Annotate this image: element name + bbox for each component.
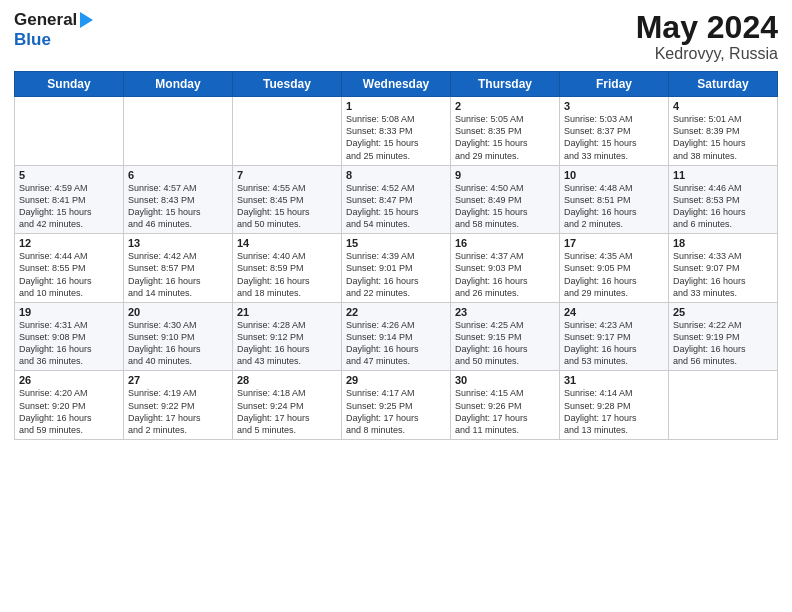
day-number: 11: [673, 169, 773, 181]
day-info: Sunrise: 4:44 AMSunset: 8:55 PMDaylight:…: [19, 250, 119, 299]
day-number: 17: [564, 237, 664, 249]
day-info: Sunrise: 4:31 AMSunset: 9:08 PMDaylight:…: [19, 319, 119, 368]
day-number: 30: [455, 374, 555, 386]
page: General Blue May 2024 Kedrovyy, Russia S…: [0, 0, 792, 612]
calendar-week-row: 12Sunrise: 4:44 AMSunset: 8:55 PMDayligh…: [15, 234, 778, 303]
calendar-week-row: 26Sunrise: 4:20 AMSunset: 9:20 PMDayligh…: [15, 371, 778, 440]
day-number: 27: [128, 374, 228, 386]
col-friday: Friday: [560, 72, 669, 97]
calendar-week-row: 19Sunrise: 4:31 AMSunset: 9:08 PMDayligh…: [15, 302, 778, 371]
table-row: 24Sunrise: 4:23 AMSunset: 9:17 PMDayligh…: [560, 302, 669, 371]
table-row: 28Sunrise: 4:18 AMSunset: 9:24 PMDayligh…: [233, 371, 342, 440]
day-info: Sunrise: 4:40 AMSunset: 8:59 PMDaylight:…: [237, 250, 337, 299]
table-row: 2Sunrise: 5:05 AMSunset: 8:35 PMDaylight…: [451, 97, 560, 166]
table-row: 14Sunrise: 4:40 AMSunset: 8:59 PMDayligh…: [233, 234, 342, 303]
day-number: 5: [19, 169, 119, 181]
day-info: Sunrise: 4:18 AMSunset: 9:24 PMDaylight:…: [237, 387, 337, 436]
day-number: 24: [564, 306, 664, 318]
day-info: Sunrise: 4:37 AMSunset: 9:03 PMDaylight:…: [455, 250, 555, 299]
table-row: 18Sunrise: 4:33 AMSunset: 9:07 PMDayligh…: [669, 234, 778, 303]
table-row: 19Sunrise: 4:31 AMSunset: 9:08 PMDayligh…: [15, 302, 124, 371]
table-row: 1Sunrise: 5:08 AMSunset: 8:33 PMDaylight…: [342, 97, 451, 166]
table-row: 27Sunrise: 4:19 AMSunset: 9:22 PMDayligh…: [124, 371, 233, 440]
col-monday: Monday: [124, 72, 233, 97]
day-number: 18: [673, 237, 773, 249]
day-number: 26: [19, 374, 119, 386]
day-info: Sunrise: 4:19 AMSunset: 9:22 PMDaylight:…: [128, 387, 228, 436]
day-number: 4: [673, 100, 773, 112]
day-number: 29: [346, 374, 446, 386]
table-row: 16Sunrise: 4:37 AMSunset: 9:03 PMDayligh…: [451, 234, 560, 303]
table-row: 21Sunrise: 4:28 AMSunset: 9:12 PMDayligh…: [233, 302, 342, 371]
table-row: [15, 97, 124, 166]
day-number: 15: [346, 237, 446, 249]
logo-blue-text: Blue: [14, 30, 51, 50]
table-row: [233, 97, 342, 166]
header: General Blue May 2024 Kedrovyy, Russia: [14, 10, 778, 63]
day-info: Sunrise: 4:59 AMSunset: 8:41 PMDaylight:…: [19, 182, 119, 231]
day-info: Sunrise: 4:50 AMSunset: 8:49 PMDaylight:…: [455, 182, 555, 231]
day-info: Sunrise: 4:35 AMSunset: 9:05 PMDaylight:…: [564, 250, 664, 299]
table-row: 9Sunrise: 4:50 AMSunset: 8:49 PMDaylight…: [451, 165, 560, 234]
day-info: Sunrise: 4:26 AMSunset: 9:14 PMDaylight:…: [346, 319, 446, 368]
day-info: Sunrise: 4:30 AMSunset: 9:10 PMDaylight:…: [128, 319, 228, 368]
table-row: 25Sunrise: 4:22 AMSunset: 9:19 PMDayligh…: [669, 302, 778, 371]
table-row: 7Sunrise: 4:55 AMSunset: 8:45 PMDaylight…: [233, 165, 342, 234]
table-row: 4Sunrise: 5:01 AMSunset: 8:39 PMDaylight…: [669, 97, 778, 166]
table-row: 17Sunrise: 4:35 AMSunset: 9:05 PMDayligh…: [560, 234, 669, 303]
col-tuesday: Tuesday: [233, 72, 342, 97]
day-number: 20: [128, 306, 228, 318]
day-number: 14: [237, 237, 337, 249]
table-row: 23Sunrise: 4:25 AMSunset: 9:15 PMDayligh…: [451, 302, 560, 371]
table-row: 31Sunrise: 4:14 AMSunset: 9:28 PMDayligh…: [560, 371, 669, 440]
day-number: 23: [455, 306, 555, 318]
table-row: 15Sunrise: 4:39 AMSunset: 9:01 PMDayligh…: [342, 234, 451, 303]
day-number: 12: [19, 237, 119, 249]
table-row: 11Sunrise: 4:46 AMSunset: 8:53 PMDayligh…: [669, 165, 778, 234]
table-row: 13Sunrise: 4:42 AMSunset: 8:57 PMDayligh…: [124, 234, 233, 303]
calendar-subtitle: Kedrovyy, Russia: [636, 45, 778, 63]
day-info: Sunrise: 4:22 AMSunset: 9:19 PMDaylight:…: [673, 319, 773, 368]
table-row: [124, 97, 233, 166]
day-info: Sunrise: 4:39 AMSunset: 9:01 PMDaylight:…: [346, 250, 446, 299]
day-number: 28: [237, 374, 337, 386]
day-info: Sunrise: 5:03 AMSunset: 8:37 PMDaylight:…: [564, 113, 664, 162]
day-info: Sunrise: 4:23 AMSunset: 9:17 PMDaylight:…: [564, 319, 664, 368]
logo-arrow-icon: [80, 12, 93, 28]
table-row: 22Sunrise: 4:26 AMSunset: 9:14 PMDayligh…: [342, 302, 451, 371]
day-info: Sunrise: 5:01 AMSunset: 8:39 PMDaylight:…: [673, 113, 773, 162]
calendar-header-row: Sunday Monday Tuesday Wednesday Thursday…: [15, 72, 778, 97]
day-info: Sunrise: 4:57 AMSunset: 8:43 PMDaylight:…: [128, 182, 228, 231]
table-row: 6Sunrise: 4:57 AMSunset: 8:43 PMDaylight…: [124, 165, 233, 234]
day-number: 2: [455, 100, 555, 112]
day-info: Sunrise: 4:42 AMSunset: 8:57 PMDaylight:…: [128, 250, 228, 299]
day-info: Sunrise: 4:15 AMSunset: 9:26 PMDaylight:…: [455, 387, 555, 436]
calendar-table: Sunday Monday Tuesday Wednesday Thursday…: [14, 71, 778, 440]
day-info: Sunrise: 4:46 AMSunset: 8:53 PMDaylight:…: [673, 182, 773, 231]
table-row: 8Sunrise: 4:52 AMSunset: 8:47 PMDaylight…: [342, 165, 451, 234]
col-thursday: Thursday: [451, 72, 560, 97]
day-number: 6: [128, 169, 228, 181]
day-info: Sunrise: 4:55 AMSunset: 8:45 PMDaylight:…: [237, 182, 337, 231]
title-block: May 2024 Kedrovyy, Russia: [636, 10, 778, 63]
calendar-title: May 2024: [636, 10, 778, 45]
table-row: 10Sunrise: 4:48 AMSunset: 8:51 PMDayligh…: [560, 165, 669, 234]
day-info: Sunrise: 4:14 AMSunset: 9:28 PMDaylight:…: [564, 387, 664, 436]
table-row: 29Sunrise: 4:17 AMSunset: 9:25 PMDayligh…: [342, 371, 451, 440]
day-number: 25: [673, 306, 773, 318]
day-number: 10: [564, 169, 664, 181]
col-sunday: Sunday: [15, 72, 124, 97]
logo-general-text: General: [14, 10, 77, 30]
day-info: Sunrise: 5:08 AMSunset: 8:33 PMDaylight:…: [346, 113, 446, 162]
day-info: Sunrise: 4:48 AMSunset: 8:51 PMDaylight:…: [564, 182, 664, 231]
logo: General Blue: [14, 10, 93, 50]
table-row: 30Sunrise: 4:15 AMSunset: 9:26 PMDayligh…: [451, 371, 560, 440]
day-number: 19: [19, 306, 119, 318]
day-info: Sunrise: 5:05 AMSunset: 8:35 PMDaylight:…: [455, 113, 555, 162]
table-row: 20Sunrise: 4:30 AMSunset: 9:10 PMDayligh…: [124, 302, 233, 371]
table-row: 3Sunrise: 5:03 AMSunset: 8:37 PMDaylight…: [560, 97, 669, 166]
day-number: 21: [237, 306, 337, 318]
day-info: Sunrise: 4:52 AMSunset: 8:47 PMDaylight:…: [346, 182, 446, 231]
day-info: Sunrise: 4:20 AMSunset: 9:20 PMDaylight:…: [19, 387, 119, 436]
day-number: 1: [346, 100, 446, 112]
